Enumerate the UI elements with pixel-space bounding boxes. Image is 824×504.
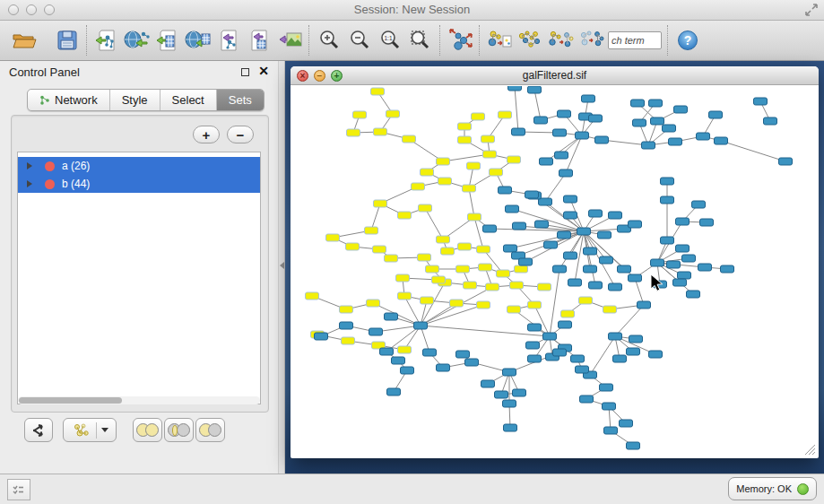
graph-node[interactable]	[326, 234, 340, 241]
venn-union-button[interactable]	[133, 418, 162, 442]
graph-node[interactable]	[609, 333, 622, 340]
graph-node[interactable]	[458, 136, 472, 143]
graph-node[interactable]	[398, 212, 412, 219]
graph-node[interactable]	[396, 274, 410, 282]
graph-node[interactable]	[315, 333, 328, 340]
import-network-web-button[interactable]	[122, 25, 152, 56]
graph-node[interactable]	[559, 321, 572, 328]
graph-node[interactable]	[673, 279, 687, 286]
graph-node[interactable]	[627, 442, 640, 449]
graph-node[interactable]	[467, 162, 481, 169]
graph-node[interactable]	[582, 95, 595, 102]
graph-node[interactable]	[438, 178, 452, 185]
tab-select[interactable]: Select	[160, 90, 217, 110]
close-panel-icon[interactable]: ✕	[258, 64, 269, 78]
graph-node[interactable]	[450, 300, 464, 307]
graph-node[interactable]	[561, 310, 575, 317]
graph-node[interactable]	[512, 128, 525, 135]
graph-node[interactable]	[347, 129, 360, 136]
graph-node[interactable]	[510, 282, 524, 289]
network-frame[interactable]: × − + galFiltered.sif	[291, 66, 819, 458]
graph-node[interactable]	[499, 111, 512, 118]
graph-node[interactable]	[503, 400, 516, 407]
graph-node[interactable]	[401, 367, 414, 374]
task-history-button[interactable]	[7, 479, 30, 500]
graph-node[interactable]	[715, 137, 728, 144]
graph-node[interactable]	[627, 348, 640, 355]
graph-node[interactable]	[553, 265, 567, 273]
scrollbar-thumb[interactable]	[19, 397, 122, 404]
graph-node[interactable]	[503, 369, 516, 376]
graph-node[interactable]	[589, 115, 603, 122]
graph-node[interactable]	[437, 158, 450, 165]
graph-node[interactable]	[367, 300, 380, 307]
graph-node[interactable]	[483, 151, 497, 158]
graph-node[interactable]	[441, 248, 455, 255]
graph-node[interactable]	[513, 222, 526, 230]
graph-node[interactable]	[504, 424, 517, 431]
graph-node[interactable]	[600, 256, 613, 264]
graph-node[interactable]	[661, 237, 674, 244]
graph-node[interactable]	[692, 201, 706, 208]
graph-node[interactable]	[698, 264, 712, 271]
graph-node[interactable]	[483, 225, 497, 232]
graph-node[interactable]	[380, 348, 394, 355]
graph-node[interactable]	[576, 366, 589, 373]
graph-node[interactable]	[580, 395, 594, 403]
graph-node[interactable]	[604, 427, 618, 434]
graph-node[interactable]	[700, 219, 714, 226]
graph-node[interactable]	[387, 388, 401, 395]
graph-node[interactable]	[687, 291, 700, 298]
import-table-file-button[interactable]	[152, 25, 183, 56]
expand-arrow-icon[interactable]	[27, 180, 32, 187]
graph-node[interactable]	[479, 264, 492, 271]
graph-node[interactable]	[589, 210, 603, 217]
graph-node[interactable]	[564, 212, 577, 219]
subtract-networks-button[interactable]	[576, 25, 606, 56]
graph-node[interactable]	[538, 283, 551, 291]
graph-node[interactable]	[456, 265, 470, 273]
tab-sets[interactable]: Sets	[217, 90, 264, 110]
graph-node[interactable]	[477, 301, 490, 308]
graph-node[interactable]	[477, 246, 490, 253]
graph-node[interactable]	[629, 221, 642, 228]
graph-node[interactable]	[649, 100, 663, 107]
graph-node[interactable]	[458, 123, 472, 130]
graph-node[interactable]	[600, 384, 613, 391]
graph-node[interactable]	[472, 113, 485, 120]
graph-node[interactable]	[499, 187, 512, 194]
import-table-web-button[interactable]	[183, 25, 213, 56]
graph-node[interactable]	[555, 152, 568, 159]
expand-arrow-icon[interactable]	[27, 162, 32, 169]
graph-node[interactable]	[528, 86, 542, 93]
search-input[interactable]	[608, 31, 662, 49]
graph-node[interactable]	[465, 359, 479, 366]
graph-node[interactable]	[568, 279, 582, 286]
graph-node[interactable]	[423, 349, 437, 356]
graph-node[interactable]	[458, 243, 472, 250]
graph-node[interactable]	[528, 301, 542, 308]
graph-node[interactable]	[340, 306, 353, 313]
graph-node[interactable]	[468, 213, 481, 221]
graph-node[interactable]	[676, 245, 690, 252]
graph-node[interactable]	[651, 259, 664, 266]
graph-node[interactable]	[504, 245, 517, 252]
graph-node[interactable]	[392, 357, 405, 364]
union-networks-button[interactable]	[515, 25, 545, 56]
graph-node[interactable]	[543, 333, 557, 340]
zoom-in-button[interactable]	[314, 25, 344, 56]
graph-node[interactable]	[528, 355, 542, 362]
save-session-button[interactable]	[52, 25, 82, 56]
panel-splitter[interactable]	[278, 61, 285, 474]
graph-node[interactable]	[558, 110, 571, 117]
graph-node[interactable]	[576, 132, 589, 139]
graph-node[interactable]	[663, 125, 676, 132]
graph-node[interactable]	[525, 191, 539, 198]
graph-node[interactable]	[603, 403, 616, 410]
graph-node[interactable]	[490, 169, 503, 176]
graph-node[interactable]	[506, 205, 519, 213]
graph-node[interactable]	[398, 346, 412, 353]
graph-node[interactable]	[674, 106, 688, 113]
graph-node[interactable]	[497, 270, 510, 277]
graph-node[interactable]	[535, 221, 549, 228]
